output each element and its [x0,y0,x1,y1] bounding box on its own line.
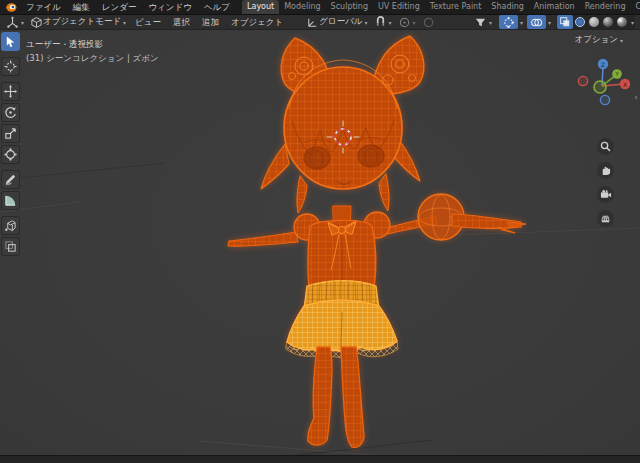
tool-transform-button[interactable] [1,145,20,164]
orientation-label: グローバル [319,16,362,28]
viewport-header: ▾ オブジェクトモード ▾ ビュー 選択 追加 オブジェクト グローバル ▾ ▾ [0,14,640,30]
collection-breadcrumb: (31) シーンコレクション | ズボン [26,53,159,65]
tool-add-cube-button[interactable] [1,216,20,235]
workspace-tab-uv-editing[interactable]: UV Editing [373,0,425,14]
tool-annotate-button[interactable] [1,170,20,189]
hair-wisp-left [261,144,289,189]
workspace-tab-compositing[interactable]: Compositing [630,0,640,14]
proportional-edit-icon [398,16,411,29]
viewport-nav-icons [597,138,614,227]
3d-cursor-icon [4,60,17,73]
3d-viewport[interactable]: ユーザー・透視投影 (31) シーンコレクション | ズボン オプション ▾ Z… [0,30,640,456]
tool-rotate-button[interactable] [1,103,20,122]
gizmo-axis-x-negative[interactable] [578,76,587,85]
grid-icon [600,213,611,224]
options-button[interactable]: オプション ▾ [569,33,628,47]
select-cursor-icon [4,35,17,48]
rotate-icon [4,106,17,119]
menu-edit[interactable]: 編集 [67,0,96,14]
chevron-down-icon[interactable]: ▾ [520,19,523,26]
workspace-tab-modeling[interactable]: Modeling [279,0,325,14]
magnifier-icon [600,141,611,152]
measure-icon [4,194,17,207]
workspace-tabs: Layout Modeling Sculpting UV Editing Tex… [242,0,640,14]
shading-wireframe-button[interactable] [575,17,585,27]
zoom-button[interactable] [597,138,614,155]
menu-window[interactable]: ウィンドウ [142,0,198,14]
gizmo-axis-z-negative[interactable] [600,95,609,104]
object-mode-icon [30,16,43,29]
menu-view[interactable]: ビュー [129,14,167,30]
scene-canvas [0,30,640,456]
gizmo-x-label: X [623,81,627,88]
menu-select[interactable]: 選択 [167,14,196,30]
bottom-bar[interactable] [0,455,640,463]
blender-logo-icon[interactable] [4,2,17,13]
view-name-label: ユーザー・透視投影 [26,39,159,51]
blender-window: ファイル 編集 レンダー ウィンドウ ヘルプ Layout Modeling S… [0,0,640,463]
mode-selector[interactable]: オブジェクトモード ▾ [27,15,129,29]
options-label: オプション [574,34,618,46]
3d-viewport-icon [6,16,19,29]
topbar: ファイル 編集 レンダー ウィンドウ ヘルプ Layout Modeling S… [0,0,640,14]
proportional-edit-toggle[interactable]: ▾ [395,15,419,29]
workspace-tab-sculpting[interactable]: Sculpting [326,0,373,14]
perspective-toggle-button[interactable] [597,210,614,227]
shading-solid-button[interactable] [589,17,599,27]
navigation-gizmo[interactable]: Z X Y [574,48,632,106]
tool-scale-button[interactable] [1,124,20,143]
tool-box-select-button[interactable] [1,32,20,51]
chevron-down-icon: ▾ [489,19,492,26]
hand-icon [600,165,611,176]
overlays-icon [530,16,543,29]
workspace-tab-layout[interactable]: Layout [242,0,279,14]
character-model[interactable] [228,36,526,447]
gizmo-axis-y-negative[interactable] [594,81,606,93]
xray-icon [559,16,571,28]
menu-render[interactable]: レンダー [96,0,143,14]
mode-label: オブジェクトモード [43,16,121,28]
editor-type-selector[interactable]: ▾ [3,15,27,29]
gizmo-y-label: Y [614,70,619,77]
duplicate-cube-icon [4,240,17,253]
tool-duplicate-button[interactable] [1,237,20,256]
tool-cursor-button[interactable] [1,57,20,76]
show-overlays-toggle[interactable] [527,15,546,29]
menu-file[interactable]: ファイル [20,0,67,14]
chevron-down-icon: ▾ [123,19,126,26]
arm-left [228,232,298,246]
chevron-down-icon[interactable]: ▾ [631,19,634,26]
gizmo-icon [502,16,515,29]
magnet-icon [374,16,387,29]
sidebar-toggle-arrow[interactable]: ‹ [632,92,640,102]
transform-orientation-selector[interactable]: グローバル ▾ [303,15,370,29]
chevron-down-icon: ▾ [620,37,623,44]
menu-add[interactable]: 追加 [196,14,225,30]
object-visibility-dropdown[interactable]: ▾ [471,15,495,29]
tool-shelf [1,32,21,258]
menu-help[interactable]: ヘルプ [198,0,236,14]
chevron-down-icon: ▾ [413,19,416,26]
menu-object[interactable]: オブジェクト [225,14,289,30]
workspace-tab-animation[interactable]: Animation [529,0,580,14]
tool-measure-button[interactable] [1,191,20,210]
proportional-falloff[interactable] [419,15,438,29]
show-gizmo-toggle[interactable] [499,15,518,29]
workspace-tab-texture-paint[interactable]: Texture Paint [425,0,487,14]
workspace-tab-shading[interactable]: Shading [486,0,529,14]
hair-strand-right [379,174,389,211]
camera-view-button[interactable] [597,186,614,203]
pan-button[interactable] [597,162,614,179]
tool-move-button[interactable] [1,82,20,101]
shading-rendered-button[interactable] [617,17,627,27]
chevron-down-icon: ▾ [365,19,368,26]
xray-toggle[interactable] [557,15,573,29]
shading-material-button[interactable] [603,17,613,27]
workspace-tab-rendering[interactable]: Rendering [580,0,631,14]
chevron-down-icon[interactable]: ▾ [548,19,551,26]
gizmo-z-label: Z [601,61,605,68]
add-cube-icon [4,219,17,232]
chevron-down-icon: ▾ [389,19,392,26]
camera-icon [600,189,612,200]
snap-toggle[interactable]: ▾ [371,15,395,29]
